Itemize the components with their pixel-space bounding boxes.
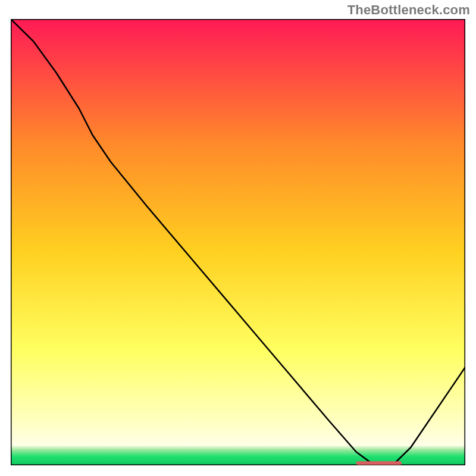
plot-area bbox=[11, 19, 465, 465]
chart-container: TheBottleneck.com bbox=[0, 0, 476, 476]
attribution-text: TheBottleneck.com bbox=[347, 2, 470, 18]
chart-svg bbox=[11, 19, 465, 465]
gradient-background bbox=[11, 19, 465, 465]
optimal-zone-marker bbox=[356, 461, 402, 465]
